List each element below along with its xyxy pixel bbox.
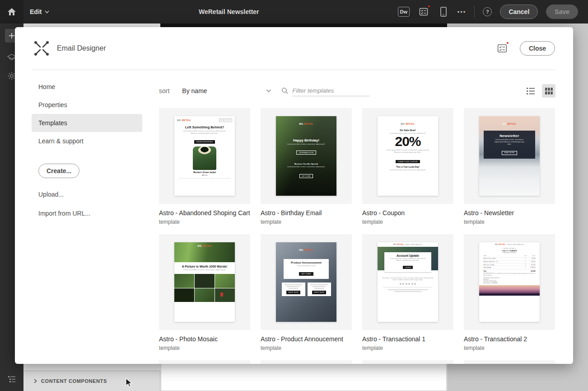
template-title: Astro - Photo Mosaic [159, 335, 250, 343]
template-card-transactional-1[interactable]: WE.RETAIL Products | News | My Account A… [362, 234, 453, 351]
template-thumbnail: WE.RETAIL MY ACCOUNT Left Something Behi… [159, 108, 250, 204]
template-card-birthday[interactable]: WE.RETAIL Happy Birthday! Lorem ipsum do… [261, 108, 352, 225]
sort-dropdown[interactable]: By name [182, 87, 271, 94]
help-button[interactable]: ? [483, 7, 492, 16]
header-divider [32, 70, 555, 70]
chevron-down-icon [266, 89, 271, 93]
thumb-abandoned-cart: WE.RETAIL MY ACCOUNT Left Something Behi… [174, 116, 235, 196]
thumb-column: SHOP NOW [308, 283, 331, 296]
toolbar-divider [474, 6, 475, 18]
brand-logo: WE.RETAIL [197, 245, 212, 262]
list-view-button[interactable] [524, 84, 537, 98]
thumb-overlay-panel: Product Announcement Lorem ipsum dolor s… [284, 259, 329, 279]
thumb-newsletter: WE.RETAIL Newsletter Lorem ipsum dolor s… [479, 116, 540, 196]
device-preview-button[interactable] [438, 6, 449, 18]
sort-label: sort [159, 87, 169, 94]
template-card-partial[interactable] [159, 360, 250, 364]
test-checklist-icon [497, 43, 507, 53]
template-title: Astro - Birthday Email [261, 209, 352, 217]
create-button[interactable]: Create... [38, 164, 79, 178]
thumb-body-text: Lorem ipsum dolor sit amet, consectetuer… [485, 138, 533, 145]
template-card-partial[interactable] [261, 360, 352, 364]
thumb-transactional-1: WE.RETAIL Products | News | My Account A… [378, 242, 438, 322]
edit-mode-menu[interactable]: Edit [30, 8, 49, 15]
thumb-description: Description : Lorem ipsum dolor sit amet… [378, 277, 438, 281]
sidebar-item-home[interactable]: Home [32, 78, 142, 96]
mosaic-tile [174, 274, 194, 288]
plus-icon [9, 33, 15, 39]
content-components-section[interactable]: CONTENT COMPONENTS [23, 371, 160, 391]
list-view-icon [527, 88, 535, 94]
thumb-body-text: Lorem ipsum dolor sit amet [285, 265, 327, 267]
home-icon [7, 8, 16, 16]
screen: CONTENT COMPONENTS Edit WeRetail Newslet… [0, 0, 588, 391]
thumb-body-text: Lorem ipsum dolor sit amet, consectetuer… [378, 168, 438, 171]
thumb-transactional-2: WE.RETAIL Products | News | My Account O… [479, 242, 540, 322]
decor-line [388, 289, 427, 290]
template-thumbnail: WE.RETAIL Products | News | My Account A… [362, 234, 453, 330]
decor-line [394, 291, 421, 292]
chevron-right-icon [33, 379, 37, 383]
thumb-section-label: ORDER DETAILS [479, 248, 540, 250]
template-title: Astro - Abandoned Shoping Cart [159, 209, 250, 217]
page-title: WeRetail Newsletter [199, 0, 259, 24]
close-button[interactable]: Close [520, 41, 555, 56]
template-type: template [261, 219, 352, 225]
template-thumbnail: WE.RETAIL Happy Birthday! Lorem ipsum do… [261, 108, 352, 204]
thumb-body-text: Lorem ipsum dolor sit amet, consectetuer… [378, 148, 438, 154]
sidebar-item-templates[interactable]: Templates [32, 114, 142, 132]
template-type: template [159, 345, 250, 351]
template-card-partial[interactable] [362, 360, 453, 364]
brand-logo: WE.RETAIL [393, 244, 404, 245]
thumb-body-text: Lorem ipsum dolor sit amet, consectetuer… [276, 165, 336, 168]
footer-photo [479, 285, 540, 296]
sidebar-item-learn-support[interactable]: Learn & support [32, 132, 142, 150]
template-type: template [464, 219, 555, 225]
mosaic-tile [195, 288, 215, 302]
template-type: template [261, 345, 352, 351]
filter-templates-input[interactable] [292, 85, 370, 96]
template-card-transactional-2[interactable]: WE.RETAIL Products | News | My Account O… [464, 234, 555, 351]
chevron-down-icon [45, 10, 49, 14]
thumb-cta: CELEBRATE NOW [296, 151, 316, 155]
decor-line [314, 288, 324, 289]
sidebar-item-properties[interactable]: Properties [32, 96, 142, 114]
template-card-newsletter[interactable]: WE.RETAIL Newsletter Lorem ipsum dolor s… [464, 108, 555, 225]
table-total-row: Total$214.85 [483, 270, 535, 273]
brand-logo: WE.RETAIL [401, 122, 415, 125]
decor-line [287, 286, 300, 287]
dreamweaver-export-button[interactable]: Dw [398, 7, 410, 17]
template-type: template [362, 345, 453, 351]
grid-view-button[interactable] [542, 84, 555, 98]
send-test-button[interactable] [418, 6, 429, 18]
thumb-product-announcement: WE.RETAIL Product Announcement Lorem ips… [276, 242, 336, 322]
thumb-cta: SHOP NOW [312, 291, 327, 294]
content-tree-button[interactable] [0, 370, 23, 388]
more-actions-button[interactable]: ••• [457, 9, 467, 15]
thumb-cta: SHOP NOW [286, 291, 301, 294]
thumb-product-price: $85.00 [174, 174, 235, 176]
template-card-coupon[interactable]: WE.RETAIL On Sale Now! Lorem ipsum dolor… [362, 108, 453, 225]
template-card-photo-mosaic[interactable]: WE.RETAIL A Picture is Worth 1000 Words!… [159, 234, 250, 351]
home-button[interactable] [0, 0, 23, 24]
template-card-partial[interactable] [464, 360, 555, 364]
thumb-shipping-method: SHIPPING METHOD : Free (5 Business Days*… [479, 273, 540, 277]
thumb-heading: Product Announcement [285, 261, 327, 264]
save-button[interactable]: Save [546, 5, 578, 19]
brand-logo: WE.RETAIL [299, 249, 313, 251]
decor-line [313, 286, 326, 287]
import-url-link[interactable]: Import from URL... [32, 210, 142, 217]
table-row: Kayak Paddle1$ 109.85 [483, 266, 535, 269]
cancel-button[interactable]: Cancel [500, 5, 538, 19]
template-title: Astro - Transactional 2 [464, 335, 555, 343]
template-title: Astro - Product Annoucement [261, 335, 352, 343]
upload-link[interactable]: Upload... [32, 191, 142, 198]
send-proof-button[interactable] [496, 42, 508, 54]
thumb-photo-mosaic: WE.RETAIL A Picture is Worth 1000 Words!… [174, 242, 235, 322]
template-type: template [362, 219, 453, 225]
template-card-product-announcement[interactable]: WE.RETAIL Product Announcement Lorem ips… [261, 234, 352, 351]
template-card-abandoned-cart[interactable]: WE.RETAIL MY ACCOUNT Left Something Behi… [159, 108, 250, 225]
thumb-column: SHOP NOW [282, 283, 305, 296]
brand-logo: WE.RETAIL [502, 122, 517, 125]
template-title: Astro - Transactional 1 [362, 335, 453, 343]
